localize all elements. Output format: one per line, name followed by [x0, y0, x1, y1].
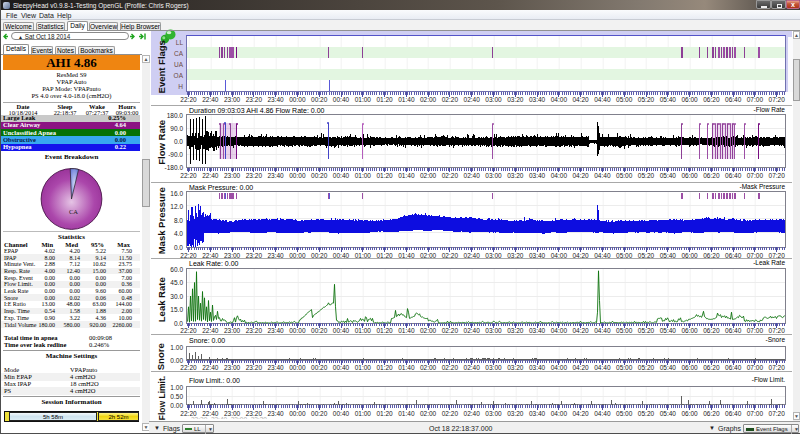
svg-text:CA: CA: [69, 208, 78, 215]
